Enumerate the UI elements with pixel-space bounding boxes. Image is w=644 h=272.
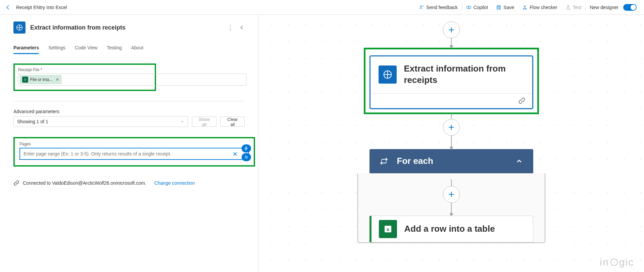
change-connection-link[interactable]: Change connection [154,180,195,186]
ai-builder-icon [13,21,26,34]
svg-text:x: x [386,226,389,232]
copilot-button[interactable]: Copilot [462,0,492,15]
advanced-params-row: Showing 1 of 1 Show all Clear all [13,116,245,127]
clear-all-button[interactable]: Clear all [220,117,245,127]
attachment-icon [22,77,28,83]
connector-line [451,38,452,48]
flow-checker-button[interactable]: Flow checker [518,0,561,15]
receipt-file-section: Receipt File * File or ima... ✕ [13,63,156,91]
svg-rect-5 [498,7,500,9]
flow-column: Extract information from receipts [364,21,539,243]
add-row-excel-node[interactable]: x Add a row into a table [369,216,533,242]
link-icon [13,180,19,186]
more-menu-button[interactable]: ⋮ [227,25,233,31]
svg-point-2 [468,6,471,9]
svg-point-10 [24,79,26,81]
save-label: Save [503,5,514,10]
main: Extract information from receipts ⋮ Para… [0,15,644,272]
save-button[interactable]: Save [492,0,518,15]
connected-to-text: Connected to ValdoEdison@ArcticWolf26.on… [23,180,146,186]
selected-node-highlight: Extract information from receipts [364,48,539,114]
extract-receipts-node[interactable]: Extract information from receipts [369,55,533,109]
select-value: Showing 1 of 1 [17,119,48,124]
canvas[interactable]: Extract information from receipts [258,15,644,272]
flow-title: Receipt ENtry Into Excel [16,5,67,10]
top-actions: Send feedback Copilot Save Flow checker [415,0,641,15]
dynamic-content-button[interactable] [242,144,251,152]
test-label: Test [573,5,582,10]
svg-rect-3 [497,5,501,9]
node-title: Extract information from receipts [404,63,524,86]
top-bar: Receipt ENtry Into Excel Send feedback C… [0,0,644,15]
copilot-icon [466,5,472,10]
chip-text: File or ima... [30,77,52,82]
add-step-button-inner[interactable] [443,186,460,203]
excel-icon: x [379,220,397,238]
connection-row: Connected to ValdoEdison@ArcticWolf26.on… [13,180,245,186]
show-all-button[interactable]: Show all [192,117,216,127]
connector-line [451,179,452,186]
test-button[interactable]: Test [561,0,586,15]
flow-checker-label: Flow checker [530,5,557,10]
chevron-up-icon[interactable] [515,157,523,165]
panel-tabs: Parameters Settings Code View Testing Ab… [13,43,245,54]
tab-settings[interactable]: Settings [48,43,65,54]
new-designer-toggle[interactable] [623,4,637,11]
svg-point-6 [524,5,526,7]
add-step-button-mid[interactable] [443,119,460,136]
expression-buttons: fx [242,144,251,161]
link-icon [518,97,526,104]
advanced-params-select[interactable]: Showing 1 of 1 [13,116,188,127]
divider [13,101,245,101]
chip-remove-button[interactable]: ✕ [56,77,59,82]
send-feedback-button[interactable]: Send feedback [415,0,461,15]
connector-line [451,203,452,216]
collapse-panel-button[interactable] [239,25,245,30]
feedback-icon [419,5,424,10]
tab-testing[interactable]: Testing [107,43,121,54]
advanced-params-label: Advanced parameters [13,109,245,114]
chevron-down-icon [180,120,184,124]
copilot-label: Copilot [474,5,488,10]
flow-checker-icon [522,5,528,10]
svg-rect-4 [498,5,500,6]
tab-code-view[interactable]: Code View [75,43,97,54]
add-step-button-top[interactable] [443,21,460,38]
dynamic-content-chip[interactable]: File or ima... ✕ [20,75,61,84]
loop-icon [380,157,388,166]
tab-about[interactable]: About [131,43,144,54]
receipt-file-input[interactable]: File or ima... ✕ [18,74,246,86]
receipt-file-label: Receipt File * [18,67,151,72]
ai-builder-icon [379,65,397,84]
back-button[interactable] [3,3,13,12]
pages-section: Pages ✕ fx [13,137,255,167]
pages-label: Pages [19,142,249,146]
expression-fx-button[interactable]: fx [242,153,251,161]
new-designer-label: New designer [590,5,618,10]
pages-input[interactable] [19,148,249,160]
watermark: in•gic [600,257,634,268]
feedback-label: Send feedback [426,5,457,10]
connector-line [451,114,452,119]
for-each-node[interactable]: For each [369,149,533,173]
new-designer-toggle-wrap: New designer [586,0,641,15]
connector-line [451,136,452,149]
panel-title: Extract information from receipts [30,24,222,31]
for-each-title: For each [397,156,506,166]
tab-parameters[interactable]: Parameters [13,43,39,54]
save-icon [496,5,501,10]
node-title: Add a row into a table [404,223,495,235]
for-each-container: x Add a row into a table [357,173,545,243]
action-panel: Extract information from receipts ⋮ Para… [0,15,258,272]
clear-input-button[interactable]: ✕ [233,150,238,158]
flask-icon [565,5,571,10]
panel-header: Extract information from receipts ⋮ [13,21,245,34]
svg-point-0 [420,6,422,7]
